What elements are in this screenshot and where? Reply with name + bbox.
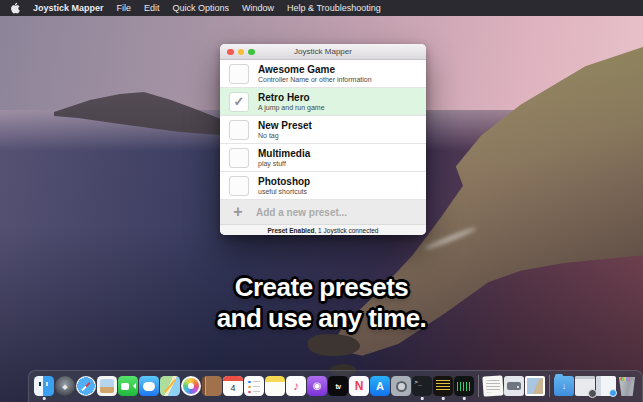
launchpad-glyph: ◆	[62, 383, 67, 390]
dock-icon-downloads-folder[interactable]: ↓	[554, 376, 574, 396]
running-indicator	[421, 397, 424, 400]
preset-checkbox[interactable]	[229, 64, 249, 84]
add-preset-label: Add a new preset...	[256, 207, 347, 218]
preset-name: Multimedia	[258, 148, 310, 159]
dock-icon-notes[interactable]	[265, 376, 285, 396]
preset-name: Awesome Game	[258, 64, 372, 75]
menu-item-help-troubleshooting[interactable]: Help & Troubleshooting	[287, 3, 381, 13]
desktop-screen: Joystick Mapper FileEditQuick OptionsWin…	[0, 0, 643, 402]
menu-bar: Joystick Mapper FileEditQuick OptionsWin…	[0, 0, 643, 16]
app-store-glyph: A	[376, 381, 384, 392]
running-indicator	[463, 397, 466, 400]
dock-icon-messages[interactable]	[139, 376, 159, 396]
minimize-button[interactable]	[238, 49, 245, 56]
preset-checkbox[interactable]	[229, 120, 249, 140]
preset-tag: useful shortcuts	[258, 188, 310, 196]
menu-item-file[interactable]: File	[117, 3, 132, 13]
running-indicator	[43, 397, 46, 400]
preset-tag: Controller Name or other information	[258, 76, 372, 84]
dock-icon-app-store[interactable]: A	[370, 376, 390, 396]
preset-name: Retro Hero	[258, 92, 325, 103]
traffic-lights	[227, 49, 255, 56]
dock-icon-reminders[interactable]	[244, 376, 264, 396]
dock-icon-tv[interactable]: tv	[328, 376, 348, 396]
apple-menu-icon[interactable]	[10, 2, 20, 14]
dock-icon-trash[interactable]	[617, 376, 637, 396]
dock-icon-document[interactable]	[482, 375, 503, 396]
music-glyph: ♪	[293, 380, 299, 392]
preset-checkbox-checked[interactable]: ✓	[229, 92, 249, 112]
dock-icon-facetime[interactable]	[118, 376, 138, 396]
preset-tag: play stuff	[258, 160, 310, 168]
dock-icon-screenshot-file[interactable]	[525, 376, 545, 396]
preset-meta: Photoshop useful shortcuts	[258, 176, 310, 196]
preset-row-multimedia[interactable]: Multimedia play stuff	[220, 144, 426, 172]
tv-glyph: tv	[335, 383, 340, 390]
dock-icon-news[interactable]: N	[349, 376, 369, 396]
preset-meta: Multimedia play stuff	[258, 148, 310, 168]
status-joystick-connected: , 1 Joystick connected	[315, 227, 379, 234]
dock-icon-calendar[interactable]: 4	[223, 376, 243, 396]
status-bar: Preset Enabled, 1 Joystick connected	[220, 225, 426, 235]
dock-icon-disk-utility[interactable]	[504, 376, 524, 396]
terminal-glyph: >_	[415, 379, 422, 385]
preset-checkbox[interactable]	[229, 148, 249, 168]
dock-icon-photos[interactable]	[181, 376, 201, 396]
caption-line-2: and use any time.	[0, 303, 643, 334]
podcasts-glyph: ◉	[313, 381, 322, 391]
dock: ◆4♪◉tvNA>_↓	[28, 370, 643, 402]
window-titlebar[interactable]: Joystick Mapper	[220, 44, 426, 60]
dock-icon-minimized-window-finder[interactable]	[596, 376, 616, 396]
dock-icon-maps[interactable]	[160, 376, 180, 396]
menu-item-quick-options[interactable]: Quick Options	[173, 3, 230, 13]
preset-checkbox[interactable]	[229, 176, 249, 196]
dock-icon-monitor-app[interactable]	[433, 376, 453, 396]
menu-item-edit[interactable]: Edit	[144, 3, 160, 13]
checkmark-icon: ✓	[234, 95, 245, 108]
preset-row-photoshop[interactable]: Photoshop useful shortcuts	[220, 172, 426, 200]
add-preset-row[interactable]: + Add a new preset...	[220, 200, 426, 225]
preset-tag: A jump and run game	[258, 104, 325, 112]
menu-items: FileEditQuick OptionsWindowHelp & Troubl…	[117, 3, 381, 13]
running-indicator	[442, 397, 445, 400]
downloads-folder-glyph: ↓	[562, 382, 567, 391]
preset-row-retro-hero[interactable]: ✓ Retro Hero A jump and run game	[220, 88, 426, 116]
close-button[interactable]	[227, 49, 234, 56]
joystick-mapper-window: Joystick Mapper Awesome Game Controller …	[220, 44, 426, 235]
menu-app-name[interactable]: Joystick Mapper	[33, 3, 104, 13]
preset-meta: Awesome Game Controller Name or other in…	[258, 64, 372, 84]
menu-item-window[interactable]: Window	[242, 3, 274, 13]
preset-meta: New Preset No tag	[258, 120, 312, 140]
preset-meta: Retro Hero A jump and run game	[258, 92, 325, 112]
dock-icon-finder[interactable]	[34, 376, 54, 396]
dock-icon-music[interactable]: ♪	[286, 376, 306, 396]
preset-row-awesome-game[interactable]: Awesome Game Controller Name or other in…	[220, 60, 426, 88]
marketing-caption: Create presets and use any time.	[0, 272, 643, 333]
preset-tag: No tag	[258, 132, 312, 140]
zoom-button[interactable]	[248, 49, 255, 56]
preset-row-new-preset[interactable]: New Preset No tag	[220, 116, 426, 144]
news-glyph: N	[355, 380, 364, 392]
status-preset-enabled: Preset Enabled	[268, 227, 315, 234]
dock-icon-terminal[interactable]: >_	[412, 376, 432, 396]
calendar-badge: 4	[230, 384, 235, 393]
dock-icon-system-preferences[interactable]	[391, 376, 411, 396]
dock-icon-preview[interactable]	[97, 376, 117, 396]
dock-icon-minimized-window-prefs[interactable]	[575, 376, 595, 396]
caption-line-1: Create presets	[0, 272, 643, 303]
window-title: Joystick Mapper	[294, 47, 352, 56]
dock-separator	[478, 375, 479, 397]
preset-name: New Preset	[258, 120, 312, 131]
wallpaper-rock	[308, 334, 360, 356]
dock-icon-launchpad[interactable]: ◆	[55, 376, 75, 396]
dock-icon-contacts[interactable]	[202, 376, 222, 396]
dock-icon-activity-monitor[interactable]	[454, 376, 474, 396]
dock-icon-podcasts[interactable]: ◉	[307, 376, 327, 396]
preset-name: Photoshop	[258, 176, 310, 187]
plus-icon: +	[229, 204, 247, 220]
dock-icon-safari[interactable]	[76, 376, 96, 396]
dock-separator	[549, 375, 550, 397]
